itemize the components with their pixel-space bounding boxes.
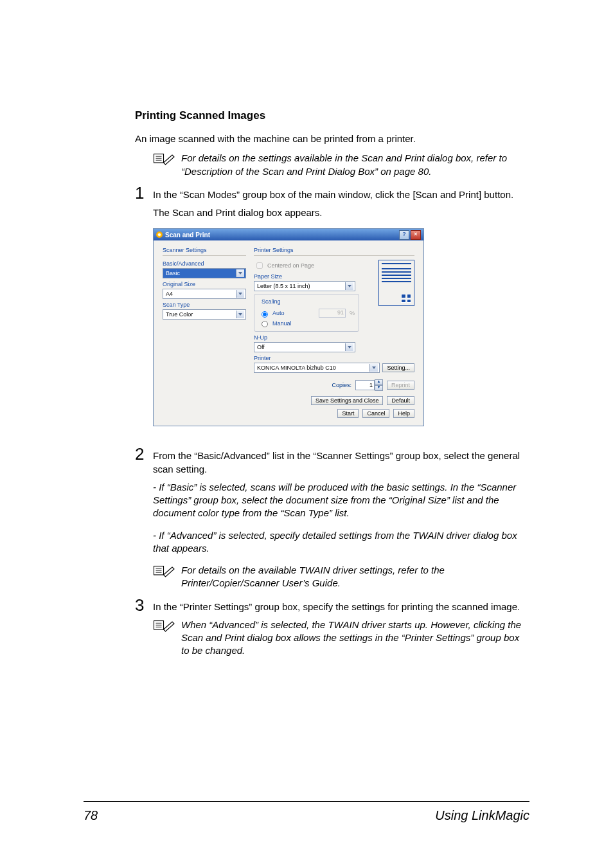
original-size-combo[interactable]: A4 [163,289,246,299]
chevron-down-icon [236,311,244,318]
step-3-number: 3 [135,597,147,613]
paper-size-combo[interactable]: Letter (8.5 x 11 inch) [254,281,355,291]
scan-type-combo[interactable]: True Color [163,309,246,320]
intro-paragraph: An image scanned with the machine can be… [135,132,529,145]
note-icon [153,619,176,635]
centered-label: Centered on Page [267,262,314,269]
note-icon [153,152,176,168]
scaling-auto-radio[interactable] [262,311,268,318]
paper-size-value: Letter (8.5 x 11 inch) [257,283,310,289]
note-1: For details on the settings available in… [153,152,529,178]
note-icon [153,564,176,581]
dialog-close-button[interactable]: × [411,230,421,240]
nup-value: Off [257,344,265,350]
svg-line-4 [172,155,174,157]
copies-label: Copies: [332,382,351,388]
copies-spinner[interactable]: ▲▼ [355,379,383,391]
cancel-button[interactable]: Cancel [362,409,389,418]
printer-label: Printer [254,355,414,361]
scaling-manual-radio[interactable] [262,321,268,327]
chevron-down-icon [236,269,244,277]
step-2: 2 From the “Basic/Advanced” list in the … [135,446,529,476]
dialog-app-icon [156,231,163,238]
scaling-auto-label: Auto [272,310,285,316]
note-1-text: For details on the settings available in… [181,152,529,178]
chevron-down-icon [345,282,353,290]
step-2-number: 2 [135,446,147,462]
step-1-number: 1 [135,185,147,201]
page-preview-thumbnail [378,260,414,306]
printer-value: KONICA MINOLTA bizhub C10 [257,365,336,371]
scaling-percent-field[interactable]: 91 [319,309,346,318]
nup-combo[interactable]: Off [254,342,355,352]
scaling-manual-label: Manual [272,320,292,327]
scan-and-print-dialog: Scan and Print ? × Scanner Settings Basi… [153,228,424,426]
page-footer: 78 Using LinkMagic [84,801,529,823]
step-1: 1 In the “Scan Modes” group box of the m… [135,185,529,201]
step-2-body: From the “Basic/Advanced” list in the “S… [153,446,529,476]
copies-input[interactable] [355,380,375,390]
spinner-down[interactable]: ▼ [375,385,383,391]
basic-advanced-value: Basic [166,270,180,276]
original-size-value: A4 [166,291,173,297]
dialog-title: Scan and Print [165,231,210,239]
printer-setting-button[interactable]: Setting... [382,363,414,372]
spinner-up[interactable]: ▲ [375,379,383,385]
scan-type-value: True Color [166,311,193,318]
page: Printing Scanned Images An image scanned… [0,0,613,868]
basic-advanced-combo[interactable]: Basic [163,268,246,278]
note-2: For details on the available TWAIN drive… [153,564,529,590]
basic-advanced-label: Basic/Advanced [163,260,246,267]
printer-settings-label: Printer Settings [254,247,414,253]
centered-checkbox-input[interactable] [256,262,263,269]
step-1-subtext: The Scan and Print dialog box appears. [153,206,529,219]
note-2-text: For details on the available TWAIN drive… [181,564,529,590]
dialog-body: Scanner Settings Basic/Advanced Basic Or… [154,240,423,426]
reprint-button[interactable]: Reprint [387,381,414,390]
step-3-body: In the “Printer Settings” group box, spe… [153,597,520,613]
footer-section-title: Using LinkMagic [435,808,529,823]
chevron-down-icon [345,343,353,351]
scaling-legend: Scaling [260,298,283,305]
note-3: When “Advanced” is selected, the TWAIN d… [153,619,529,658]
chevron-down-icon [236,290,244,298]
step-2-sub-a: - If “Basic” is selected, scans will be … [153,481,529,520]
note-3-text: When “Advanced” is selected, the TWAIN d… [181,619,529,658]
dialog-titlebar: Scan and Print ? × [154,229,423,240]
help-button[interactable]: Help [393,409,414,418]
footer-page-number: 78 [84,808,98,823]
section-heading: Printing Scanned Images [135,109,529,122]
nup-label: N-Up [254,334,414,341]
dialog-help-button[interactable]: ? [399,230,409,240]
step-1-body: In the “Scan Modes” group box of the mai… [153,185,513,201]
start-button[interactable]: Start [337,409,359,418]
default-button[interactable]: Default [387,396,414,405]
save-settings-close-button[interactable]: Save Settings and Close [311,396,384,405]
scan-type-label: Scan Type [163,302,246,308]
step-3: 3 In the “Printer Settings” group box, s… [135,597,529,613]
scaling-fieldset: Scaling Auto 91 % Manual [254,294,359,332]
percent-suffix: % [350,310,355,316]
scanner-settings-label: Scanner Settings [163,247,246,253]
step-2-sub-b: - If “Advanced” is selected, specify det… [153,529,529,556]
printer-combo[interactable]: KONICA MINOLTA bizhub C10 [254,363,380,373]
chevron-down-icon [369,364,378,372]
original-size-label: Original Size [163,281,246,287]
